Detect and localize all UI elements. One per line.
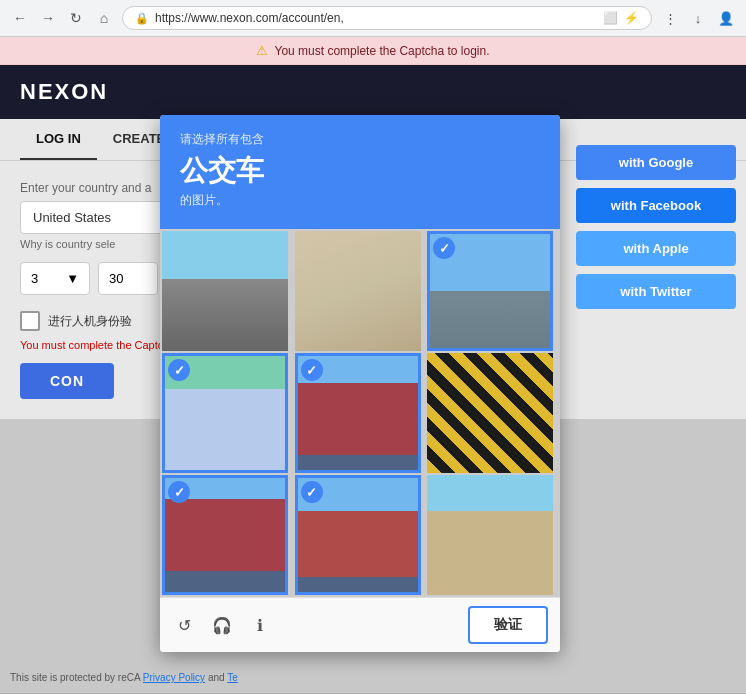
page-content: NEXON LOG IN CREATE AN A Enter your coun… bbox=[0, 65, 746, 693]
address-bar[interactable]: 🔒 https://www.nexon.com/account/en, ⬜ ⚡ bbox=[122, 6, 652, 30]
captcha-cell-7[interactable]: ✓ bbox=[295, 475, 421, 595]
lock-icon: 🔒 bbox=[135, 12, 149, 25]
privacy-link[interactable]: Privacy Policy bbox=[143, 672, 205, 683]
terms-link[interactable]: Te bbox=[227, 672, 238, 683]
forward-button[interactable]: → bbox=[36, 6, 60, 30]
month-value: 3 bbox=[31, 271, 38, 286]
month-select[interactable]: 3 ▼ bbox=[20, 262, 90, 295]
day-select[interactable]: 30 bbox=[98, 262, 158, 295]
captcha-checkbox[interactable] bbox=[20, 311, 40, 331]
captcha-cell-8[interactable] bbox=[427, 475, 553, 595]
browser-chrome: ← → ↻ ⌂ 🔒 https://www.nexon.com/account/… bbox=[0, 0, 746, 37]
day-value: 30 bbox=[109, 271, 123, 286]
audio-icon[interactable]: 🎧 bbox=[210, 613, 234, 637]
captcha-header: 请选择所有包含 公交车 的图片。 bbox=[160, 115, 560, 229]
apple-login-button[interactable]: with Apple bbox=[576, 231, 736, 266]
info-icon[interactable]: ℹ bbox=[248, 613, 272, 637]
twitter-login-button[interactable]: with Twitter bbox=[576, 274, 736, 309]
download-icon[interactable]: ↓ bbox=[686, 6, 710, 30]
recaptcha-footer: This site is protected by reCA Privacy P… bbox=[10, 672, 238, 683]
checkmark-4: ✓ bbox=[301, 359, 323, 381]
nexon-logo: NEXON bbox=[20, 79, 108, 105]
captcha-icons: ↺ 🎧 ℹ bbox=[172, 613, 272, 637]
captcha-cell-2[interactable]: ✓ bbox=[427, 231, 553, 351]
checkmark-2: ✓ bbox=[433, 237, 455, 259]
nexon-header: NEXON bbox=[0, 65, 746, 119]
recaptcha-text: This site is protected by reCA bbox=[10, 672, 140, 683]
captcha-grid: ✓ ✓ ✓ ✓ bbox=[160, 229, 560, 597]
warning-icon: ⚠ bbox=[256, 43, 268, 58]
captcha-overlay: 请选择所有包含 公交车 的图片。 ✓ ✓ bbox=[160, 115, 560, 652]
home-button[interactable]: ⌂ bbox=[92, 6, 116, 30]
captcha-footer: ↺ 🎧 ℹ 验证 bbox=[160, 597, 560, 652]
captcha-instruction: 请选择所有包含 bbox=[180, 131, 540, 148]
checkmark-6: ✓ bbox=[168, 481, 190, 503]
lightning-icon: ⚡ bbox=[624, 11, 639, 25]
checkbox-label: 进行人机身份验 bbox=[48, 313, 132, 330]
captcha-cell-6[interactable]: ✓ bbox=[162, 475, 288, 595]
captcha-title: 公交车 bbox=[180, 152, 540, 190]
google-login-button[interactable]: with Google bbox=[576, 145, 736, 180]
verify-button[interactable]: 验证 bbox=[468, 606, 548, 644]
menu-dots[interactable]: ⋮ bbox=[658, 6, 682, 30]
con-button[interactable]: CON bbox=[20, 363, 114, 399]
facebook-login-button[interactable]: with Facebook bbox=[576, 188, 736, 223]
nexon-page: NEXON LOG IN CREATE AN A Enter your coun… bbox=[0, 65, 746, 693]
tab-login[interactable]: LOG IN bbox=[20, 119, 97, 160]
month-dropdown-icon: ▼ bbox=[66, 271, 79, 286]
profile-icon[interactable]: 👤 bbox=[714, 6, 738, 30]
refresh-icon[interactable]: ↺ bbox=[172, 613, 196, 637]
recaptcha-and: and bbox=[208, 672, 227, 683]
url-text: https://www.nexon.com/account/en, bbox=[155, 11, 597, 25]
captcha-cell-3[interactable]: ✓ bbox=[162, 353, 288, 473]
nav-buttons: ← → ↻ ⌂ bbox=[8, 6, 116, 30]
warning-text: You must complete the Captcha to login. bbox=[274, 44, 489, 58]
country-select[interactable]: United States bbox=[20, 201, 180, 234]
captcha-cell-0[interactable] bbox=[162, 231, 288, 351]
browser-action-buttons: ⋮ ↓ 👤 bbox=[658, 6, 738, 30]
captcha-cell-4[interactable]: ✓ bbox=[295, 353, 421, 473]
back-button[interactable]: ← bbox=[8, 6, 32, 30]
captcha-cell-5[interactable] bbox=[427, 353, 553, 473]
captcha-cell-1[interactable] bbox=[295, 231, 421, 351]
warning-banner: ⚠ You must complete the Captcha to login… bbox=[0, 37, 746, 65]
social-buttons: with Google with Facebook with Apple wit… bbox=[576, 145, 736, 309]
refresh-button[interactable]: ↻ bbox=[64, 6, 88, 30]
extensions-icon: ⬜ bbox=[603, 11, 618, 25]
country-value: United States bbox=[33, 210, 111, 225]
captcha-subtitle: 的图片。 bbox=[180, 192, 540, 209]
checkmark-7: ✓ bbox=[301, 481, 323, 503]
checkmark-3: ✓ bbox=[168, 359, 190, 381]
